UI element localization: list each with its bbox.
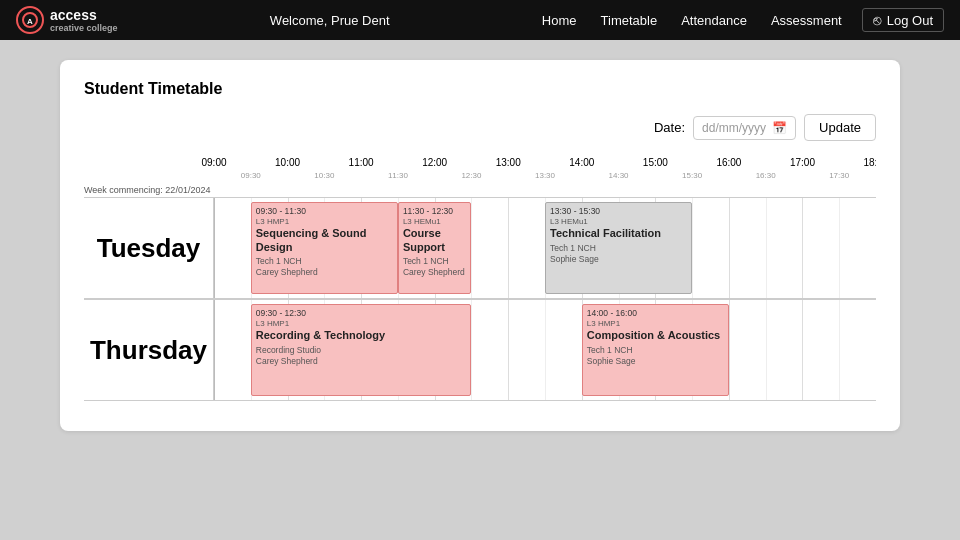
event-time: 09:30 - 11:30 bbox=[256, 206, 393, 217]
grid-line bbox=[214, 300, 215, 400]
day-name: Thursday bbox=[84, 300, 214, 400]
event-title: Composition & Acoustics bbox=[587, 329, 724, 342]
day-row: Thursday 09:30 - 12:30 L3 HMP1 Recording… bbox=[84, 299, 876, 401]
update-button[interactable]: Update bbox=[804, 114, 876, 141]
grid-line bbox=[729, 198, 730, 298]
svg-text:A: A bbox=[27, 17, 33, 26]
nav-bar: A access creative college Welcome, Prue … bbox=[0, 0, 960, 40]
time-09: 09:00 bbox=[201, 157, 226, 168]
calendar-icon: 📅 bbox=[772, 121, 787, 135]
time-16: 16:00 bbox=[716, 157, 741, 168]
event-time: 09:30 - 12:30 bbox=[256, 308, 467, 319]
nav-timetable[interactable]: Timetable bbox=[601, 13, 658, 28]
grid-line-half bbox=[839, 300, 840, 400]
event-level: L3 HMP1 bbox=[256, 319, 467, 329]
event-block: 14:00 - 16:00 L3 HMP1 Composition & Acou… bbox=[582, 304, 729, 396]
time-axis: 09:00 10:00 11:00 12:00 13:00 14:00 15:0… bbox=[214, 157, 876, 185]
event-detail: Recording StudioCarey Shepherd bbox=[256, 345, 467, 367]
event-title: Course Support bbox=[403, 227, 467, 253]
timetable-card: Student Timetable Date: dd/mm/yyyy 📅 Upd… bbox=[60, 60, 900, 431]
nav-links: Home Timetable Attendance Assessment bbox=[542, 13, 842, 28]
time-12: 12:00 bbox=[422, 157, 447, 168]
days-container: Tuesday 09:30 - 11:30 L3 HMP1 Sequencing… bbox=[84, 197, 876, 401]
time-11: 11:00 bbox=[349, 157, 374, 168]
time-10: 10:00 bbox=[275, 157, 300, 168]
event-detail: Tech 1 NCHCarey Shepherd bbox=[256, 256, 393, 278]
grid-line-half bbox=[471, 198, 472, 298]
date-placeholder: dd/mm/yyyy bbox=[702, 121, 766, 135]
nav-assessment[interactable]: Assessment bbox=[771, 13, 842, 28]
grid-line-half bbox=[766, 300, 767, 400]
half-930: 09:30 bbox=[241, 171, 261, 180]
event-title: Technical Facilitation bbox=[550, 227, 687, 240]
time-15: 15:00 bbox=[643, 157, 668, 168]
event-block: 13:30 - 15:30 L3 HEMu1 Technical Facilit… bbox=[545, 202, 692, 294]
half-1030: 10:30 bbox=[314, 171, 334, 180]
main-content: Student Timetable Date: dd/mm/yyyy 📅 Upd… bbox=[0, 40, 960, 451]
event-block: 09:30 - 11:30 L3 HMP1 Sequencing & Sound… bbox=[251, 202, 398, 294]
half-1130: 11:30 bbox=[388, 171, 408, 180]
page-title: Student Timetable bbox=[84, 80, 876, 98]
logout-icon: ⎋ bbox=[873, 12, 881, 28]
schedule-cell: 09:30 - 12:30 L3 HMP1 Recording & Techno… bbox=[214, 300, 876, 400]
event-level: L3 HEMu1 bbox=[403, 217, 467, 227]
grid-line bbox=[214, 198, 215, 298]
half-1230: 12:30 bbox=[461, 171, 481, 180]
half-1430: 14:30 bbox=[609, 171, 629, 180]
half-1330: 13:30 bbox=[535, 171, 555, 180]
grid-line bbox=[729, 300, 730, 400]
time-13: 13:00 bbox=[496, 157, 521, 168]
week-label: Week commencing: 22/01/2024 bbox=[84, 185, 214, 195]
grid-line-half bbox=[471, 300, 472, 400]
grid-line bbox=[802, 198, 803, 298]
event-block: 09:30 - 12:30 L3 HMP1 Recording & Techno… bbox=[251, 304, 472, 396]
event-level: L3 HEMu1 bbox=[550, 217, 687, 227]
grid-line bbox=[802, 300, 803, 400]
event-block: 11:30 - 12:30 L3 HEMu1 Course Support Te… bbox=[398, 202, 472, 294]
date-row: Date: dd/mm/yyyy 📅 Update bbox=[84, 114, 876, 141]
time-17: 17:00 bbox=[790, 157, 815, 168]
event-level: L3 HMP1 bbox=[587, 319, 724, 329]
grid-line-half bbox=[545, 300, 546, 400]
event-detail: Tech 1 NCHSophie Sage bbox=[550, 243, 687, 265]
event-title: Recording & Technology bbox=[256, 329, 467, 342]
nav-home[interactable]: Home bbox=[542, 13, 577, 28]
logout-button[interactable]: ⎋ Log Out bbox=[862, 8, 944, 32]
grid-line bbox=[508, 300, 509, 400]
event-title: Sequencing & Sound Design bbox=[256, 227, 393, 253]
event-level: L3 HMP1 bbox=[256, 217, 393, 227]
date-label: Date: bbox=[654, 120, 685, 135]
day-row: Tuesday 09:30 - 11:30 L3 HMP1 Sequencing… bbox=[84, 197, 876, 299]
grid-line-half bbox=[766, 198, 767, 298]
nav-attendance[interactable]: Attendance bbox=[681, 13, 747, 28]
event-time: 14:00 - 16:00 bbox=[587, 308, 724, 319]
event-time: 13:30 - 15:30 bbox=[550, 206, 687, 217]
logo-text: access creative college bbox=[50, 7, 118, 33]
week-label-row: Week commencing: 22/01/2024 bbox=[84, 185, 876, 195]
half-1730: 17:30 bbox=[829, 171, 849, 180]
event-detail: Tech 1 NCHSophie Sage bbox=[587, 345, 724, 367]
half-1530: 15:30 bbox=[682, 171, 702, 180]
grid-line-half bbox=[692, 198, 693, 298]
time-18: 18:00 bbox=[863, 157, 876, 168]
timetable-wrapper: 09:00 10:00 11:00 12:00 13:00 14:00 15:0… bbox=[84, 157, 876, 401]
welcome-text: Welcome, Prue Dent bbox=[138, 13, 522, 28]
event-time: 11:30 - 12:30 bbox=[403, 206, 467, 217]
event-detail: Tech 1 NCHCarey Shepherd bbox=[403, 256, 467, 278]
grid-line-half bbox=[839, 198, 840, 298]
date-input[interactable]: dd/mm/yyyy 📅 bbox=[693, 116, 796, 140]
logo-icon: A bbox=[16, 6, 44, 34]
half-1630: 16:30 bbox=[756, 171, 776, 180]
logo: A access creative college bbox=[16, 6, 118, 34]
time-14: 14:00 bbox=[569, 157, 594, 168]
grid-line bbox=[508, 198, 509, 298]
day-name: Tuesday bbox=[84, 198, 214, 298]
schedule-cell: 09:30 - 11:30 L3 HMP1 Sequencing & Sound… bbox=[214, 198, 876, 298]
